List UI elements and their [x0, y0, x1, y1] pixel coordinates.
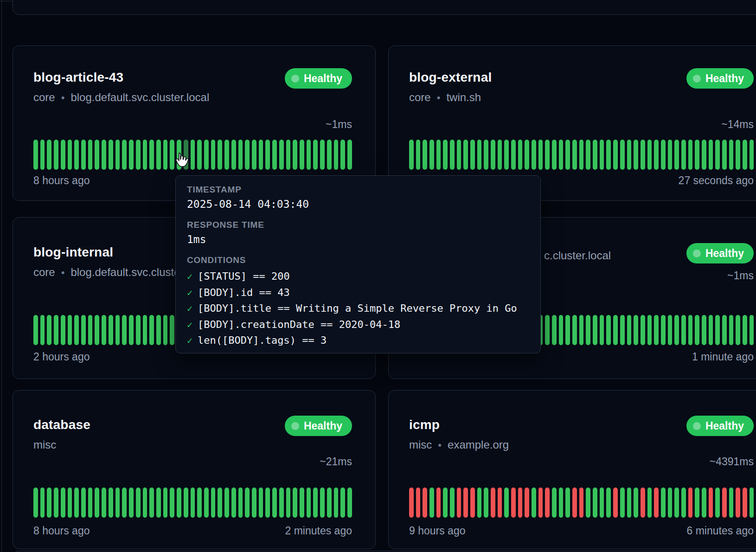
uptime-bar-up[interactable] [54, 315, 58, 345]
uptime-bar-up[interactable] [736, 315, 740, 345]
uptime-bar-up[interactable] [463, 140, 468, 170]
uptime-bar-up[interactable] [586, 488, 590, 518]
uptime-bar-up[interactable] [668, 488, 673, 518]
uptime-bar-up[interactable] [95, 140, 99, 170]
uptime-bar-up[interactable] [552, 140, 557, 170]
uptime-bar-up[interactable] [627, 315, 632, 345]
uptime-bar-up[interactable] [688, 315, 693, 345]
uptime-bar-up[interactable] [40, 488, 45, 518]
uptime-bar-up[interactable] [191, 140, 195, 170]
uptime-bar-down[interactable] [736, 488, 740, 518]
uptime-bar-up[interactable] [695, 488, 699, 518]
uptime-bar-up[interactable] [218, 140, 222, 170]
uptime-bar-up[interactable] [600, 315, 604, 345]
uptime-bar-up[interactable] [661, 315, 666, 345]
uptime-bar-up[interactable] [231, 140, 236, 170]
uptime-bar-up[interactable] [715, 488, 720, 518]
uptime-bar-up[interactable] [156, 315, 161, 345]
uptime-bar-down[interactable] [709, 488, 713, 518]
uptime-bar-up[interactable] [722, 315, 727, 345]
uptime-bar-down[interactable] [470, 488, 475, 518]
uptime-bar-up[interactable] [654, 140, 659, 170]
uptime-bar-up[interactable] [538, 140, 543, 170]
uptime-bar-up[interactable] [545, 140, 550, 170]
uptime-bar-up[interactable] [674, 488, 679, 518]
uptime-bar-up[interactable] [149, 315, 154, 345]
endpoint-card-icmp[interactable]: icmpmisc•example.orgHealthy~4391ms9 hour… [388, 390, 756, 549]
uptime-bar-down[interactable] [498, 488, 502, 518]
uptime-bar-up[interactable] [279, 140, 284, 170]
uptime-bar-up[interactable] [423, 140, 427, 170]
previous-endpoint-card-partial[interactable] [13, 0, 756, 15]
uptime-bar-up[interactable] [40, 140, 45, 170]
uptime-bar-up[interactable] [149, 140, 154, 170]
uptime-bar-up[interactable] [613, 315, 618, 345]
uptime-bar-up[interactable] [211, 140, 216, 170]
uptime-bar-up[interactable] [702, 315, 706, 345]
uptime-bar-down[interactable] [579, 488, 584, 518]
uptime-bar-up[interactable] [327, 488, 332, 518]
uptime-bar-down[interactable] [525, 488, 529, 518]
uptime-bar-up[interactable] [572, 315, 577, 345]
uptime-bar-up[interactable] [265, 488, 270, 518]
uptime-bar-up[interactable] [68, 315, 72, 345]
uptime-bar-up[interactable] [136, 315, 141, 345]
uptime-bar-down[interactable] [545, 488, 550, 518]
uptime-bar-up[interactable] [224, 488, 229, 518]
uptime-bar-up[interactable] [327, 140, 332, 170]
uptime-bar-up[interactable] [313, 488, 318, 518]
uptime-bar-up[interactable] [641, 315, 645, 345]
uptime-bar-up[interactable] [340, 140, 345, 170]
uptime-bar-down[interactable] [722, 488, 727, 518]
uptime-bar-up[interactable] [634, 140, 638, 170]
uptime-bar-up[interactable] [122, 315, 127, 345]
uptime-bar-up[interactable] [681, 140, 686, 170]
uptime-bar-up[interactable] [498, 140, 502, 170]
uptime-bar-up[interactable] [238, 488, 243, 518]
uptime-bar-up[interactable] [163, 488, 168, 518]
uptime-bar-down[interactable] [416, 488, 421, 518]
uptime-bar-up[interactable] [654, 315, 659, 345]
uptime-bar-up[interactable] [552, 488, 557, 518]
uptime-bar-up[interactable] [143, 488, 147, 518]
uptime-bar-up[interactable] [197, 488, 202, 518]
uptime-bar-up[interactable] [729, 140, 734, 170]
uptime-bar-up[interactable] [313, 140, 318, 170]
uptime-bar-up[interactable] [702, 140, 706, 170]
uptime-bar-up[interactable] [197, 140, 202, 170]
uptime-bar-up[interactable] [586, 140, 590, 170]
uptime-bar-down[interactable] [654, 488, 659, 518]
uptime-bar-up[interactable] [695, 315, 699, 345]
uptime-bar-up[interactable] [470, 140, 475, 170]
uptime-bar-up[interactable] [593, 140, 597, 170]
uptime-bar-up[interactable] [74, 488, 79, 518]
uptime-bar-up[interactable] [729, 488, 734, 518]
uptime-bar-up[interactable] [320, 140, 325, 170]
uptime-bar-up[interactable] [149, 488, 154, 518]
uptime-bar-up[interactable] [47, 488, 51, 518]
uptime-bar-up[interactable] [245, 140, 250, 170]
uptime-bar-up[interactable] [61, 315, 65, 345]
uptime-bar-up[interactable] [68, 488, 72, 518]
endpoint-card-database[interactable]: databasemiscHealthy~21ms8 hours ago2 min… [13, 390, 376, 549]
uptime-bar-up[interactable] [436, 140, 441, 170]
uptime-bar-up[interactable] [559, 488, 564, 518]
uptime-bar-up[interactable] [33, 315, 38, 345]
uptime-bar-up[interactable] [156, 488, 161, 518]
uptime-bar-up[interactable] [702, 488, 706, 518]
uptime-bar-down[interactable] [641, 488, 645, 518]
uptime-bar-up[interactable] [259, 140, 263, 170]
uptime-bar-up[interactable] [457, 140, 461, 170]
uptime-bar-up[interactable] [674, 315, 679, 345]
uptime-bar-up[interactable] [347, 140, 352, 170]
uptime-bar-down[interactable] [613, 488, 618, 518]
uptime-bar-up[interactable] [627, 488, 632, 518]
uptime-bar-up[interactable] [347, 488, 352, 518]
uptime-bar-up[interactable] [579, 140, 584, 170]
uptime-bar-up[interactable] [729, 315, 734, 345]
uptime-bar-up[interactable] [736, 140, 740, 170]
uptime-bar-up[interactable] [33, 488, 38, 518]
uptime-bar-up[interactable] [279, 488, 284, 518]
uptime-bar-down[interactable] [423, 488, 427, 518]
uptime-bar-up[interactable] [231, 488, 236, 518]
